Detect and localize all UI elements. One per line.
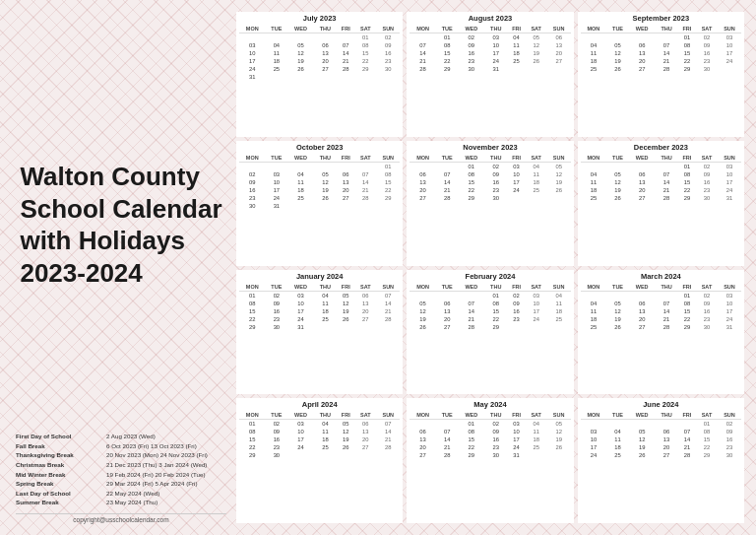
week-row: 15161718192021 (239, 435, 400, 443)
day-cell: 19 (547, 178, 571, 186)
day-cell: 07 (678, 428, 696, 435)
day-header: SAT (526, 283, 547, 292)
day-cell: 17 (718, 178, 741, 186)
day-cell: 29 (696, 451, 718, 459)
day-cell: 10 (718, 170, 741, 178)
day-cell: 21 (655, 315, 677, 323)
day-header: SUN (547, 411, 571, 420)
day-cell: 28 (678, 451, 696, 459)
day-header: SAT (526, 411, 547, 420)
day-header: WED (629, 25, 656, 33)
day-cell: 28 (354, 194, 376, 202)
day-cell: 28 (376, 315, 400, 323)
day-header: WED (629, 283, 656, 292)
day-cell: 19 (337, 307, 354, 315)
week-row: 17181920212223 (239, 57, 400, 65)
week-row: 03040506070809 (239, 41, 400, 49)
week-row: 13141516171819 (410, 435, 570, 443)
week-row: 0102 (239, 33, 400, 42)
week-row: 0102 (581, 420, 741, 429)
day-cell (337, 162, 354, 170)
day-cell: 12 (337, 300, 354, 307)
day-cell: 15 (678, 307, 696, 315)
day-cell: 18 (547, 307, 571, 315)
day-cell: 23 (459, 57, 485, 65)
month-title: October 2023 (239, 143, 400, 152)
week-row: 08091011121314 (239, 428, 400, 435)
month-title: November 2023 (410, 143, 570, 152)
day-cell: 17 (526, 307, 547, 315)
day-cell: 09 (696, 300, 718, 307)
day-cell: 23 (696, 315, 718, 323)
day-cell: 26 (410, 323, 436, 331)
day-cell: 20 (354, 307, 376, 315)
day-cell: 04 (507, 33, 525, 42)
day-cell: 02 (696, 162, 718, 170)
day-cell: 19 (526, 49, 547, 57)
day-cell: 25 (314, 315, 337, 323)
holiday-label: First Day of School (16, 432, 104, 441)
copyright-text: copyright@usschoolcalendar.com (16, 513, 226, 523)
week-row: 11121314151617 (581, 178, 741, 186)
day-header: THU (314, 25, 337, 33)
day-cell: 08 (459, 428, 485, 435)
day-cell: 22 (239, 315, 266, 323)
day-header: WED (629, 411, 656, 420)
day-cell: 20 (410, 443, 436, 451)
holiday-label: Mid Winter Break (16, 470, 104, 480)
day-cell: 08 (696, 428, 718, 435)
cal-table: MONTUEWEDTHUFRISATSUN 010203040506070809… (410, 154, 570, 202)
day-cell: 27 (629, 323, 656, 331)
day-cell: 02 (376, 33, 400, 42)
week-row: 31 (239, 73, 400, 81)
day-cell (436, 162, 459, 170)
day-header: SUN (718, 283, 741, 292)
day-cell: 18 (526, 435, 547, 443)
day-cell: 05 (337, 291, 354, 300)
day-cell (314, 162, 337, 170)
day-cell: 12 (606, 49, 629, 57)
day-cell: 02 (484, 420, 507, 429)
day-cell: 14 (655, 49, 677, 57)
week-row: 06070809101112 (410, 428, 570, 435)
week-row: 0102030405 (410, 420, 570, 429)
month-title: December 2023 (581, 143, 741, 152)
day-cell: 15 (459, 435, 485, 443)
day-header: WED (287, 283, 314, 292)
day-cell: 06 (629, 300, 656, 307)
day-cell (266, 162, 288, 170)
holiday-row: Christmas Break21 Dec 2023 (Thu) 3 Jan 2… (16, 460, 226, 470)
day-cell: 01 (696, 420, 718, 429)
month-calendar: September 2023MONTUEWEDTHUFRISATSUN 0102… (578, 12, 744, 137)
week-row: 28293031 (410, 65, 570, 73)
holiday-label: Thanksgiving Break (16, 450, 104, 460)
day-cell (354, 162, 376, 170)
day-header: FRI (507, 154, 525, 163)
day-header: WED (287, 25, 314, 33)
day-cell: 12 (606, 178, 629, 186)
day-cell: 20 (655, 443, 677, 451)
calendars-area: July 2023MONTUEWEDTHUFRISATSUN 010203040… (234, 8, 748, 527)
day-cell (581, 162, 607, 170)
day-cell: 09 (718, 428, 741, 435)
week-row: 06070809101112 (410, 170, 570, 178)
day-cell: 27 (629, 194, 656, 202)
day-cell (287, 33, 314, 42)
day-cell: 03 (484, 33, 507, 42)
day-cell: 26 (337, 443, 354, 451)
cal-table: MONTUEWEDTHUFRISATSUN 010203040506070809… (239, 154, 400, 210)
day-cell: 15 (678, 49, 696, 57)
holiday-label: Last Day of School (16, 489, 104, 499)
week-row: 10111213141516 (581, 435, 741, 443)
month-calendar: April 2024MONTUEWEDTHUFRISATSUN010203040… (236, 398, 403, 523)
day-cell (655, 162, 677, 170)
day-cell (314, 73, 337, 81)
day-cell: 04 (314, 291, 337, 300)
day-cell: 13 (547, 41, 571, 49)
day-cell: 20 (547, 49, 571, 57)
cal-table: MONTUEWEDTHUFRISATSUN 010203040506070809… (581, 283, 741, 331)
day-cell: 07 (655, 170, 677, 178)
day-header: SAT (526, 154, 547, 163)
day-cell: 23 (266, 315, 288, 323)
day-header: THU (314, 154, 337, 163)
